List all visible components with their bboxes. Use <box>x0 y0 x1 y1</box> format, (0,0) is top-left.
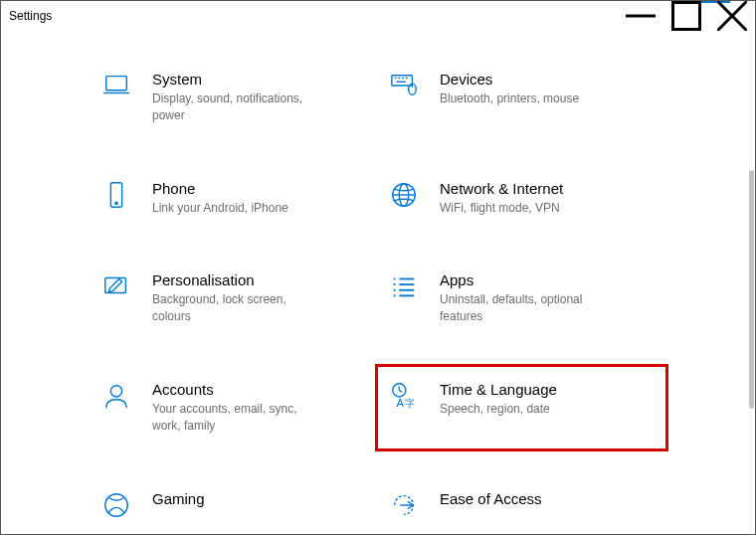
category-apps[interactable]: Apps Uninstall, defaults, optional featu… <box>388 271 656 325</box>
category-system[interactable]: System Display, sound, notifications, po… <box>100 71 368 124</box>
window-controls <box>618 1 755 31</box>
globe-icon <box>388 180 420 212</box>
maximize-icon <box>671 1 701 31</box>
laptop-icon <box>100 71 132 102</box>
category-title: Apps <box>440 271 656 288</box>
svg-text:A: A <box>397 397 405 409</box>
category-phone[interactable]: Phone Link your Android, iPhone <box>100 180 368 217</box>
minimize-icon <box>626 1 656 31</box>
category-title: Time & Language <box>440 381 656 398</box>
category-title: Phone <box>152 180 368 197</box>
svg-text:字: 字 <box>405 398 415 409</box>
ease-icon <box>388 490 420 522</box>
list-icon <box>388 271 420 303</box>
category-desc: Background, lock screen, colours <box>152 291 321 325</box>
category-title: Gaming <box>152 490 368 507</box>
category-time-language[interactable]: A字 Time & Language Speech, region, date <box>375 364 668 451</box>
category-desc: Bluetooth, printers, mouse <box>440 90 609 107</box>
svg-rect-19 <box>105 278 126 293</box>
category-desc: Uninstall, defaults, optional features <box>440 291 609 325</box>
category-desc: WiFi, flight mode, VPN <box>440 200 609 217</box>
category-accounts[interactable]: Accounts Your accounts, email, sync, wor… <box>100 381 368 435</box>
maximize-button[interactable] <box>663 1 709 31</box>
category-title: Ease of Access <box>440 490 656 507</box>
svg-rect-1 <box>673 3 700 30</box>
category-title: Personalisation <box>152 271 368 288</box>
svg-line-31 <box>399 390 402 392</box>
svg-rect-6 <box>392 76 413 86</box>
pen-icon <box>100 271 132 303</box>
clock-lang-icon: A字 <box>388 381 420 413</box>
titlebar: Settings <box>1 1 755 31</box>
category-ease-of-access[interactable]: Ease of Access <box>388 490 656 522</box>
category-personalisation[interactable]: Personalisation Background, lock screen,… <box>100 271 368 325</box>
svg-point-15 <box>115 202 117 204</box>
xbox-icon <box>100 490 132 522</box>
person-icon <box>100 381 132 413</box>
phone-icon <box>100 180 132 212</box>
window-title: Settings <box>9 9 52 23</box>
category-title: Accounts <box>152 381 368 398</box>
category-desc: Display, sound, notifications, power <box>152 90 321 124</box>
category-network[interactable]: Network & Internet WiFi, flight mode, VP… <box>388 180 656 217</box>
settings-categories: System Display, sound, notifications, po… <box>1 31 755 535</box>
svg-point-28 <box>110 386 121 397</box>
minimize-button[interactable] <box>618 1 663 31</box>
svg-rect-4 <box>106 77 127 90</box>
vertical-scrollbar[interactable] <box>749 170 754 409</box>
category-desc: Your accounts, email, sync, work, family <box>152 401 321 435</box>
category-title: Devices <box>440 71 656 88</box>
keyboard-icon <box>388 71 420 102</box>
category-desc: Speech, region, date <box>440 401 609 418</box>
category-title: Network & Internet <box>440 180 656 197</box>
close-button[interactable] <box>709 1 755 31</box>
close-icon <box>717 1 747 31</box>
category-gaming[interactable]: Gaming <box>100 490 368 522</box>
category-title: System <box>152 71 368 88</box>
category-desc: Link your Android, iPhone <box>152 200 321 217</box>
category-devices[interactable]: Devices Bluetooth, printers, mouse <box>388 71 656 124</box>
